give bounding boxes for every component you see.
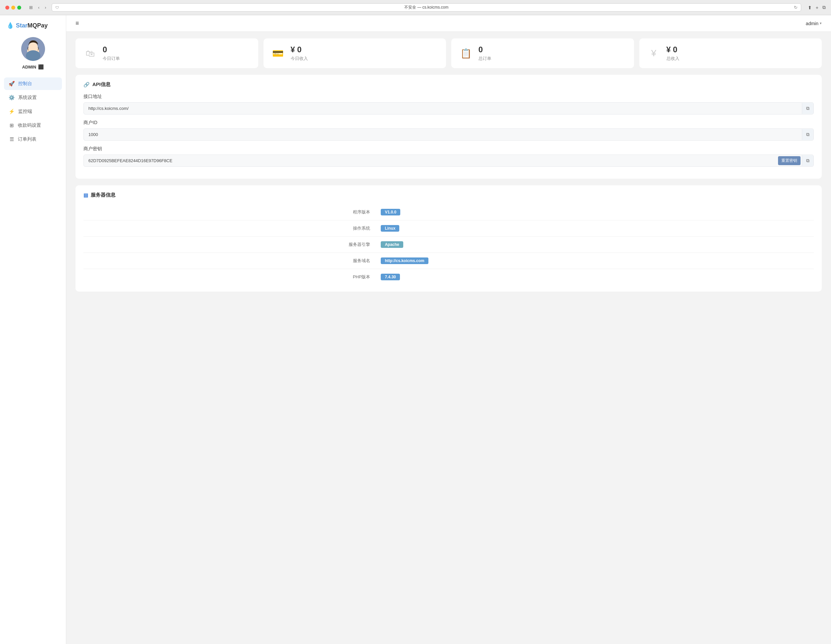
avatar [21, 37, 45, 61]
row-value-domain: http://cs.koicms.com [376, 253, 814, 269]
badge-os: Linux [381, 225, 399, 232]
api-url-label: 接口地址 [83, 94, 814, 100]
merchant-id-copy-button[interactable]: ⧉ [802, 129, 813, 140]
table-row: 服务域名 http://cs.koicms.com [83, 253, 814, 269]
stat-info-total-revenue: ¥ 0 总收入 [667, 45, 679, 62]
logo-icon: 💧 [6, 22, 14, 29]
sidebar-label-settings: 系统设置 [18, 95, 37, 100]
stat-card-today-revenue: 💳 ¥ 0 今日收入 [264, 38, 446, 68]
api-section: 🔗 API信息 接口地址 http://cs.koicms.com/ ⧉ 商户I… [75, 75, 822, 179]
username-display: ADMIN ⬛ [22, 64, 44, 70]
sidebar-item-orders[interactable]: ☰ 订单列表 [4, 133, 62, 146]
table-row: 程序版本 V1.0.0 [83, 204, 814, 220]
browser-chrome: ⊞ ‹ › 🛡 不安全 — cs.koicms.com ↻ ⬆ + ⧉ [0, 0, 831, 15]
api-url-copy-button[interactable]: ⧉ [802, 103, 813, 114]
rocket-icon: 🚀 [9, 81, 15, 87]
merchant-key-label: 商户密钥 [83, 146, 814, 152]
app-logo: 💧 StarMQPay [0, 22, 48, 29]
browser-nav-controls: ⊞ ‹ › [28, 4, 48, 11]
merchant-key-field-row: 62D7D0925BEFEAE8244D16E97D96F8CE 重置密钥 ⧉ [83, 154, 814, 167]
reset-key-button[interactable]: 重置密钥 [778, 156, 801, 165]
stat-icon-wrap-total-orders: 📋 [458, 46, 473, 60]
sidebar-label-payment-codes: 收款码设置 [18, 122, 41, 129]
shopping-bag-icon: 🛍 [85, 48, 95, 59]
sidebar-item-payment-codes[interactable]: ⊞ 收款码设置 [4, 119, 62, 132]
new-tab-icon[interactable]: + [816, 5, 818, 10]
stat-info-total-orders: 0 总订单 [478, 45, 491, 62]
reload-icon[interactable]: ↻ [794, 5, 798, 10]
list-icon: ☰ [9, 136, 14, 142]
grid-icon: ⊞ [9, 122, 14, 129]
back-button[interactable]: ‹ [37, 4, 41, 11]
copy-icon: ⧉ [806, 106, 809, 111]
link-icon: 🔗 [83, 82, 90, 88]
logout-icon[interactable]: ⬛ [38, 64, 44, 70]
browser-toolbar-right: ⬆ + ⧉ [808, 5, 826, 10]
fullscreen-button[interactable] [17, 6, 21, 10]
badge-engine: Apache [381, 241, 403, 248]
sidebar-label-monitor: 监控端 [18, 108, 32, 114]
stat-card-today-orders: 🛍 0 今日订单 [75, 38, 258, 68]
admin-menu[interactable]: admin ▾ [806, 21, 822, 26]
today-orders-value: 0 [103, 45, 120, 54]
sidebar-item-dashboard[interactable]: 🚀 控制台 [4, 78, 62, 90]
row-value-engine: Apache [376, 237, 814, 253]
row-label-domain: 服务域名 [83, 253, 376, 269]
merchant-key-copy-button[interactable]: ⧉ [802, 155, 813, 166]
server-section-title: ▤ 服务器信息 [83, 192, 814, 198]
security-icon: 🛡 [55, 6, 59, 10]
merchant-key-value: 62D7D0925BEFEAE8244D16E97D96F8CE [84, 155, 778, 167]
badge-version: V1.0.0 [381, 209, 400, 215]
lightning-icon: ⚡ [9, 108, 15, 114]
username-text: ADMIN [22, 65, 37, 70]
server-section: ▤ 服务器信息 程序版本 V1.0.0 操作系统 Linux 服务器 [75, 185, 822, 291]
total-orders-label: 总订单 [478, 56, 491, 62]
forward-button[interactable]: › [43, 4, 47, 11]
api-url-field-row: http://cs.koicms.com/ ⧉ [83, 102, 814, 114]
row-label-os: 操作系统 [83, 220, 376, 237]
row-value-php: 7.4.30 [376, 269, 814, 285]
sidebar-label-dashboard: 控制台 [18, 81, 32, 87]
row-label-engine: 服务器引擎 [83, 237, 376, 253]
total-orders-value: 0 [478, 45, 491, 54]
admin-label: admin [806, 21, 818, 26]
badge-php: 7.4.30 [381, 274, 400, 280]
main-content: ≡ admin ▾ 🛍 0 今日订单 💳 [66, 15, 831, 644]
sidebar-item-settings[interactable]: ⚙️ 系统设置 [4, 91, 62, 104]
total-revenue-label: 总收入 [667, 56, 679, 62]
share-icon[interactable]: ⬆ [808, 5, 812, 10]
api-section-title-text: API信息 [92, 81, 111, 88]
hamburger-menu[interactable]: ≡ [75, 20, 79, 27]
merchant-id-group: 商户ID 1000 ⧉ [83, 120, 814, 141]
tab-overview-icon[interactable]: ⧉ [822, 5, 826, 10]
minimize-button[interactable] [11, 6, 15, 10]
copy-icon-3: ⧉ [806, 158, 809, 164]
document-icon: 📋 [460, 48, 472, 59]
sidebar-item-monitor[interactable]: ⚡ 监控端 [4, 105, 62, 118]
sidebar: 💧 StarMQPay ADMIN ⬛ 🚀 [0, 15, 66, 644]
gear-icon: ⚙️ [9, 95, 15, 100]
close-button[interactable] [5, 6, 9, 10]
api-url-group: 接口地址 http://cs.koicms.com/ ⧉ [83, 94, 814, 114]
wallet-icon: 💳 [272, 48, 284, 59]
stat-icon-wrap-orders: 🛍 [83, 46, 97, 60]
address-bar[interactable]: 🛡 不安全 — cs.koicms.com ↻ [52, 3, 801, 11]
topbar: ≡ admin ▾ [66, 15, 831, 32]
today-revenue-label: 今日收入 [291, 56, 308, 62]
stat-icon-wrap-revenue: 💳 [271, 46, 285, 60]
api-url-value: http://cs.koicms.com/ [84, 103, 802, 114]
row-label-php: PHP版本 [83, 269, 376, 285]
server-icon: ▤ [83, 192, 88, 198]
url-text: 不安全 — cs.koicms.com [61, 5, 792, 10]
stat-card-total-revenue: ¥ ¥ 0 总收入 [639, 38, 822, 68]
stats-row: 🛍 0 今日订单 💳 ¥ 0 今日收入 📋 [66, 32, 831, 68]
stat-info-today-revenue: ¥ 0 今日收入 [291, 45, 308, 62]
total-revenue-value: ¥ 0 [667, 45, 679, 54]
chevron-down-icon: ▾ [820, 21, 822, 25]
sidebar-toggle-browser[interactable]: ⊞ [28, 4, 34, 11]
merchant-id-value: 1000 [84, 129, 802, 140]
api-section-title: 🔗 API信息 [83, 81, 814, 88]
today-revenue-value: ¥ 0 [291, 45, 308, 54]
svg-point-3 [26, 50, 40, 61]
table-row: 操作系统 Linux [83, 220, 814, 237]
